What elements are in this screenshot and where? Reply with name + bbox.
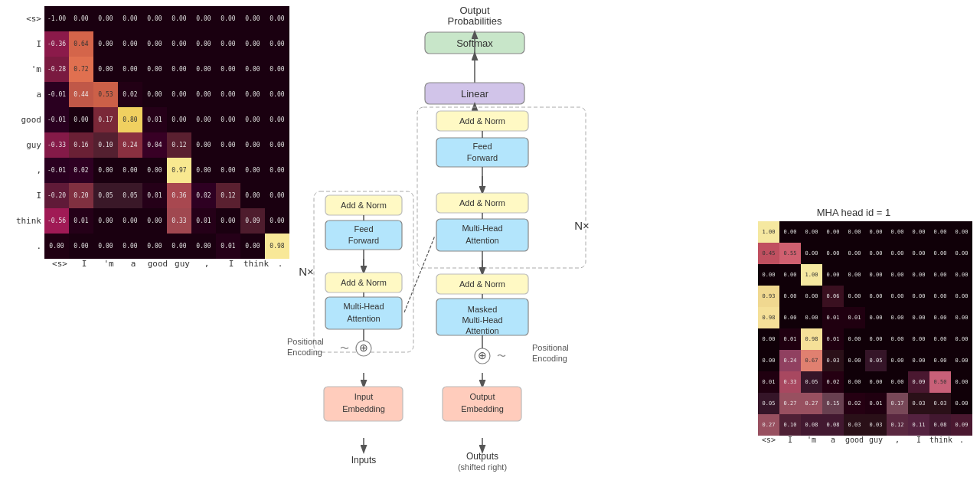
left-heatmap-cell: 0.01 [191, 208, 216, 234]
svg-text:N×: N× [574, 219, 590, 232]
right-heatmap-cell: 0.02 [844, 393, 865, 414]
right-heatmap-cell: 0.12 [887, 414, 908, 436]
right-heatmap-cell: 0.00 [844, 350, 865, 371]
right-col-label: . [951, 436, 972, 444]
right-heatmap-cell: 0.00 [801, 307, 822, 328]
left-heatmap-cell: 0.00 [240, 107, 265, 132]
left-heatmap-cell: 0.00 [191, 132, 216, 158]
right-heatmap-cell: 0.24 [779, 350, 801, 371]
left-heatmap-cell: 0.36 [167, 183, 191, 208]
right-col-label: a [822, 436, 844, 444]
left-heatmap-cell: 0.00 [167, 82, 191, 107]
right-heatmap-cell: 0.00 [929, 264, 951, 286]
right-heatmap-cell: 0.00 [951, 393, 972, 414]
right-heatmap-cell: 0.00 [758, 328, 779, 350]
right-heatmap-row: 0.270.100.080.080.030.030.120.110.080.09 [735, 414, 972, 436]
left-heatmap-cell: 0.00 [167, 31, 191, 57]
right-heatmap-cell: 0.00 [758, 350, 779, 371]
right-heatmap-cell: 0.00 [844, 243, 865, 264]
right-heatmap-cell: 0.17 [887, 393, 908, 414]
right-heatmap-cell: 0.03 [929, 393, 951, 414]
right-heatmap-cell: 0.03 [908, 393, 929, 414]
left-heatmap-cell: 0.00 [240, 234, 265, 259]
right-heatmap-cell: 0.01 [844, 307, 865, 328]
left-heatmap-cell: -0.36 [44, 31, 69, 57]
left-heatmap-cell: 0.00 [142, 234, 167, 259]
right-heatmap-cell: 0.93 [758, 286, 779, 307]
left-heatmap-cell: 0.53 [93, 82, 118, 107]
right-heatmap-cell: 0.00 [951, 264, 972, 286]
right-heatmap-cell: 0.08 [822, 414, 844, 436]
left-heatmap-cell: -1.00 [44, 6, 69, 31]
right-heatmap-cell: 0.00 [908, 221, 929, 243]
right-heatmap-cell: 0.27 [758, 414, 779, 436]
right-heatmap-cell: 0.00 [951, 286, 972, 307]
left-heatmap-cell: 0.00 [216, 132, 240, 158]
left-heatmap-cell: 0.00 [167, 107, 191, 132]
right-heatmap-cell: 0.03 [822, 350, 844, 371]
right-heatmap-cell: 0.00 [929, 307, 951, 328]
left-heatmap-cell: 0.00 [118, 6, 142, 31]
left-heatmap-row: 'm-0.280.720.000.000.000.000.000.000.000… [15, 57, 292, 82]
svg-text:Inputs: Inputs [351, 455, 377, 466]
svg-text:Attention: Attention [347, 314, 380, 323]
left-heatmap-cell: 0.00 [93, 234, 118, 259]
right-heatmap-row: 0.450.550.000.000.000.000.000.000.000.00 [735, 243, 972, 264]
left-row-label: <s> [15, 14, 44, 24]
right-heatmap-cell: 0.98 [801, 328, 822, 350]
right-heatmap-cell: 0.08 [929, 414, 951, 436]
svg-text:Masked: Masked [468, 305, 498, 314]
right-heatmap-cell: 0.05 [801, 371, 822, 393]
left-heatmap-cell: 0.16 [69, 132, 93, 158]
right-heatmap-cell: 0.27 [779, 393, 801, 414]
right-heatmap-cell: 0.09 [951, 414, 972, 436]
left-heatmap-cell: 0.12 [216, 183, 240, 208]
left-heatmap-row: I-0.360.640.000.000.000.000.000.000.000.… [15, 31, 292, 57]
left-heatmap-cell: 0.00 [191, 31, 216, 57]
left-heatmap-cell: 0.00 [191, 6, 216, 31]
right-col-label: , [887, 436, 908, 444]
right-heatmap-cell: 0.02 [822, 371, 844, 393]
right-heatmap-cell: 0.00 [887, 221, 908, 243]
right-heatmap-cell: 0.00 [887, 371, 908, 393]
right-heatmap-cell: 0.11 [908, 414, 929, 436]
left-heatmap-row: a-0.010.440.530.020.000.000.000.000.000.… [15, 82, 292, 107]
right-heatmap-row: 0.050.270.270.150.020.010.170.030.030.00 [735, 393, 972, 414]
right-heatmap-cell: 1.00 [801, 264, 822, 286]
right-heatmap-cell: 0.27 [801, 393, 822, 414]
svg-text:Output: Output [459, 5, 489, 16]
left-heatmap-cell: 0.01 [142, 183, 167, 208]
svg-text:〜: 〜 [497, 351, 506, 361]
left-heatmap-cell: 0.00 [142, 57, 167, 82]
svg-text:Embedding: Embedding [461, 404, 504, 413]
left-row-label: guy [15, 140, 44, 150]
right-heatmap-cell: 0.06 [822, 286, 844, 307]
right-col-label: I [908, 436, 929, 444]
left-heatmap-cell: 0.04 [142, 132, 167, 158]
left-heatmap-cell: 0.00 [69, 6, 93, 31]
left-heatmap-cell: 0.05 [93, 183, 118, 208]
right-heatmap-cell: 0.00 [779, 286, 801, 307]
right-heatmap-cell: 0.00 [908, 350, 929, 371]
right-heatmap-cell: 0.00 [929, 243, 951, 264]
left-heatmap-cell: 0.00 [240, 132, 265, 158]
right-heatmap-cell: 0.00 [844, 286, 865, 307]
left-row-label: , [15, 165, 44, 175]
right-heatmap-cell: 0.00 [865, 307, 887, 328]
left-col-label: I [219, 259, 243, 269]
right-heatmap-cell: 0.03 [865, 414, 887, 436]
right-heatmap-title: MHA head id = 1 [735, 207, 972, 218]
right-heatmap-cell: 0.10 [779, 414, 801, 436]
right-heatmap-cell: 0.00 [779, 221, 801, 243]
right-heatmap-cell: 0.00 [865, 286, 887, 307]
right-col-label: guy [865, 436, 887, 444]
right-heatmap-row: 1.000.000.000.000.000.000.000.000.000.00 [735, 221, 972, 243]
left-heatmap-cell: 0.00 [216, 6, 240, 31]
right-heatmap-cell: 0.00 [929, 328, 951, 350]
left-heatmap-cell: 0.00 [142, 82, 167, 107]
left-heatmap-cell: 0.00 [240, 82, 265, 107]
svg-text:Multi-Head: Multi-Head [343, 302, 384, 311]
left-heatmap-cell: -0.01 [44, 82, 69, 107]
svg-text:Feed: Feed [354, 224, 373, 234]
left-heatmap-cell: -0.01 [44, 158, 69, 183]
